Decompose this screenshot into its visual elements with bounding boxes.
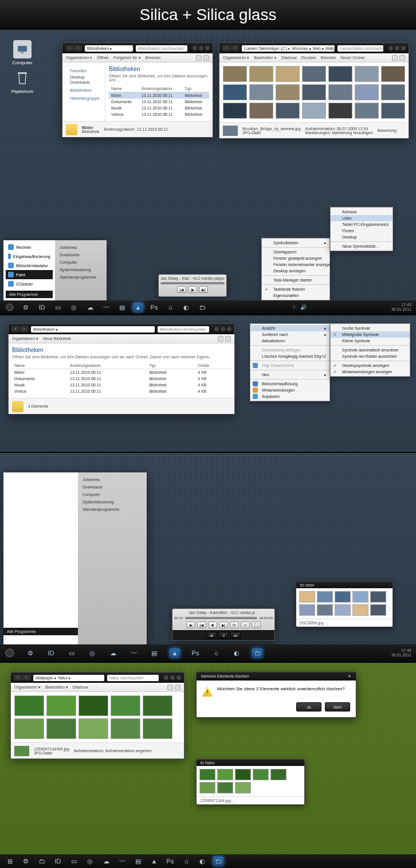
menu-item[interactable]: Anpassen [250, 393, 329, 400]
tray-vol-icon[interactable]: 🔊 [300, 304, 307, 310]
tb-icon[interactable]: ID [46, 648, 56, 658]
close-button[interactable] [176, 675, 181, 680]
menu-item[interactable]: Sortieren nach▸ [250, 331, 329, 338]
max-button[interactable] [221, 327, 225, 331]
tb-icon[interactable]: ◐ [231, 648, 242, 658]
tb-slideshow[interactable]: Diashow [73, 685, 88, 689]
thumbnail[interactable] [223, 66, 247, 82]
tb-slideshow[interactable]: Diashow [281, 56, 297, 60]
tb-open[interactable]: Öffnen [97, 56, 109, 60]
tb-burn[interactable]: Brennen [321, 56, 336, 60]
menu-item[interactable]: Symbole automatisch anordnen [331, 347, 410, 353]
thumbnail[interactable] [352, 591, 368, 603]
thumbnail[interactable] [381, 66, 405, 82]
start-user[interactable]: Johannes [58, 244, 103, 251]
search-input[interactable]: Bibliotheken durchsuchen [136, 45, 187, 52]
search-input[interactable]: Bibliotheken durchsuchen [158, 326, 209, 333]
thumbnail[interactable] [46, 718, 76, 739]
col-date[interactable]: Änderungsdatum [68, 362, 147, 369]
start-item[interactable]: Computer [58, 259, 103, 266]
min-button[interactable] [388, 46, 393, 50]
start-button[interactable] [5, 648, 15, 658]
menu-item[interactable]: Große Symbole [331, 325, 410, 331]
next-button[interactable]: ▶| [219, 621, 228, 628]
desktop-icon-recycle[interactable]: Papierkorb [8, 69, 37, 94]
tb-newlib[interactable]: Neue Bibliothek [43, 337, 71, 341]
start-program[interactable]: Paint [6, 270, 53, 279]
tb-icon[interactable]: ◐ [181, 303, 191, 312]
table-row[interactable]: Videos13.11.2010 00:11Bibliothek [109, 111, 209, 118]
play-button[interactable]: ▶ [186, 621, 195, 628]
table-row[interactable]: Dokumente13.11.2010 00:11Bibliothek4 KB [12, 376, 231, 382]
menu-item[interactable]: Adresse [331, 209, 393, 215]
tb-icon[interactable]: ◎ [69, 303, 79, 312]
tb-icon[interactable]: ♫ [181, 857, 191, 866]
prev-button[interactable]: |◀ [177, 286, 186, 293]
tb-icon[interactable]: ▭ [53, 303, 63, 312]
menu-item[interactable]: Überlappend [262, 249, 329, 255]
breadcrumb[interactable]: Lokaler Datenträger (C:) ▸ Windows ▸ Web… [242, 45, 335, 52]
menu-item[interactable]: Minianwendungen anzeigen✓ [331, 369, 410, 375]
thumbnail[interactable] [270, 769, 287, 780]
thumbnail[interactable] [335, 591, 351, 603]
menu-item[interactable]: Mittelgroße Symbole✓ [331, 331, 410, 338]
thumbnail[interactable] [355, 66, 379, 82]
sidebar-item[interactable]: Downloads [65, 80, 102, 85]
menu-item[interactable]: Neue Symbolleiste... [331, 243, 393, 249]
table-row[interactable]: Dokumente13.11.2010 00:11Bibliothek [109, 99, 209, 105]
start-menu-large[interactable]: Johannes Downloads Computer Systemsteuer… [3, 472, 147, 644]
tb-icon[interactable]: ▤ [149, 648, 159, 658]
vlc-player[interactable]: Jan Delay - Klar - VLC media player |◀ ▶… [158, 274, 227, 297]
start-item[interactable]: Computer [81, 491, 143, 498]
menu-item[interactable]: Desktopsymbole anzeigen✓ [331, 362, 410, 369]
mini-explorer-natur[interactable]: 🗀 Natur 12590971344.jpg ... [196, 759, 305, 805]
nav-fwd[interactable]: › [22, 675, 30, 681]
tb-icon[interactable]: Ps [149, 303, 159, 312]
vlc-player-large[interactable]: Jan Delay - Kartoffeln - VLC media pl...… [172, 608, 275, 641]
nav-back[interactable]: ‹ [11, 326, 19, 332]
thumbnail[interactable] [223, 103, 247, 119]
table-row[interactable]: Bilder13.11.2010 00:11Bibliothek4 KB [12, 369, 231, 376]
breadcrumb[interactable]: Bibliotheken ▸ [31, 326, 155, 333]
tb-icon[interactable]: ◎ [87, 648, 97, 658]
titlebar[interactable]: ‹› Bibliotheken ▸ Bibliotheken durchsuch… [9, 324, 234, 334]
tb-share[interactable]: Freigeben für ▾ [113, 56, 141, 60]
next-button[interactable]: ▶| [199, 286, 208, 293]
tb-edit[interactable]: Bearbeiten ▾ [254, 56, 277, 60]
thumbnail[interactable] [14, 718, 44, 739]
start-program[interactable]: Bildschirmtastatur [6, 261, 53, 270]
nav-back[interactable]: ‹ [65, 45, 73, 51]
thumbnail[interactable] [328, 66, 352, 82]
start-menu[interactable]: RechnerEingabeaufforderungBildschirmtast… [3, 240, 107, 300]
menu-item[interactable]: Löschen rückgängig machenStrg+Z [250, 353, 329, 359]
thumbnail[interactable] [328, 84, 352, 100]
taskbar[interactable]: ⚙ ID ▭ ◎ ☁ 〰 ▤ ▲ Ps ♫ ◐ 🗀 ⚐🔊 17:4330.01.… [0, 300, 416, 314]
tb-icon[interactable]: ID [37, 303, 47, 312]
view-icon[interactable] [196, 55, 202, 61]
table-row[interactable]: Videos13.11.2010 00:11Bibliothek4 KB [12, 388, 231, 394]
thumbnail[interactable] [249, 84, 273, 100]
tb-icon[interactable]: 〰 [101, 303, 111, 312]
tb-icon[interactable]: ID [53, 857, 63, 866]
max-button[interactable] [395, 46, 399, 50]
taskbar-context-menu[interactable]: Symbolleisten▸ÜberlappendFenster gestape… [261, 238, 330, 300]
thumbnail[interactable] [253, 769, 269, 780]
delete-dialog[interactable]: Mehrere Elemente löschen✕ ! Möchten Sie … [196, 672, 356, 718]
tb-icon[interactable]: ▲ [170, 648, 180, 658]
taskbar-submenu[interactable]: AdresseLinksTablet PC-EingabebereichiTun… [330, 207, 393, 251]
table-row[interactable]: Musik13.11.2010 00:11Bibliothek [109, 105, 209, 111]
thumbnail[interactable] [217, 782, 233, 793]
help-icon[interactable] [203, 55, 209, 61]
start-user[interactable]: Johannes [81, 476, 143, 483]
explorer-libraries-large[interactable]: ‹› Bibliotheken ▸ Bibliotheken durchsuch… [8, 323, 235, 415]
nav-fwd[interactable]: › [74, 45, 82, 51]
search-input[interactable]: Landschaften durchsuchen [337, 45, 383, 52]
max-button[interactable] [170, 675, 175, 680]
min-button[interactable] [193, 46, 197, 50]
nav-fwd[interactable]: › [231, 45, 239, 51]
menu-item[interactable]: Bildschirmauflösung [250, 381, 329, 387]
max-button[interactable] [199, 46, 203, 50]
start-program[interactable]: Rechner [6, 243, 53, 252]
thumbnail[interactable] [299, 604, 315, 616]
thumbnail[interactable] [276, 84, 300, 100]
